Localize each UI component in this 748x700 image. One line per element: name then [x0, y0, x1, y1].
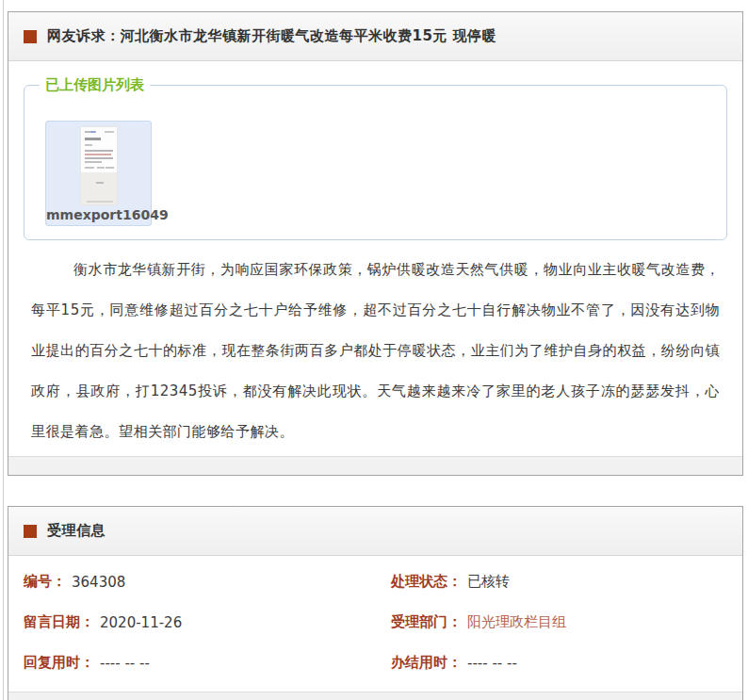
field-reply-time-value: ---- -- --: [100, 655, 150, 672]
info-row: 编号： 364308 处理状态： 已核转: [24, 562, 742, 602]
acceptance-title: 受理信息: [47, 522, 106, 540]
acceptance-panel-header: 受理信息: [8, 507, 742, 556]
info-row: 留言日期： 2020-11-26 受理部门： 阳光理政栏目组: [24, 602, 742, 643]
uploaded-images-legend: 已上传图片列表: [40, 76, 150, 94]
field-number-value: 364308: [72, 574, 125, 591]
image-thumbnail[interactable]: mmexport16049: [45, 121, 152, 226]
page-left-border: [3, 0, 4, 700]
field-reply-time-label: 回复用时：: [24, 654, 94, 672]
field-message-date-label: 留言日期：: [24, 613, 94, 631]
complaint-panel: 网友诉求：河北衡水市龙华镇新开街暖气改造每平米收费15元 现停暖 已上传图片列表…: [8, 11, 743, 476]
section-marker-icon: [24, 30, 37, 43]
field-completion-time: 办结用时： ---- -- --: [391, 654, 517, 672]
field-number: 编号： 364308: [24, 573, 391, 591]
thumbnail-preview: [80, 126, 118, 205]
uploaded-images-fieldset: 已上传图片列表 mmexport16049: [24, 76, 727, 240]
field-status-value: 已核转: [467, 573, 510, 591]
field-reply-time: 回复用时： ---- -- --: [24, 654, 391, 672]
field-status: 处理状态： 已核转: [391, 573, 510, 591]
info-row: 回复用时： ---- -- -- 办结用时： ---- -- --: [24, 643, 742, 683]
field-message-date: 留言日期： 2020-11-26: [24, 613, 391, 631]
section-marker-icon: [24, 525, 37, 538]
acceptance-info-grid: 编号： 364308 处理状态： 已核转 留言日期： 2020-11-26 受理…: [8, 556, 742, 683]
complaint-content: 衡水市龙华镇新开街，为响应国家环保政策，锅炉供暖改造天然气供暖，物业向业主收暖气…: [31, 250, 720, 452]
complaint-panel-footer: [8, 456, 742, 475]
field-completion-time-label: 办结用时：: [391, 654, 462, 672]
acceptance-panel: 受理信息 编号： 364308 处理状态： 已核转 留言日期： 2020-11-…: [8, 506, 743, 700]
acceptance-panel-footer: [8, 692, 742, 700]
field-department-value[interactable]: 阳光理政栏目组: [467, 613, 566, 631]
complaint-title: 网友诉求：河北衡水市龙华镇新开街暖气改造每平米收费15元 现停暖: [47, 27, 496, 45]
field-message-date-value: 2020-11-26: [100, 614, 182, 631]
field-status-label: 处理状态：: [391, 573, 462, 591]
field-completion-time-value: ---- -- --: [467, 655, 517, 672]
thumbnail-filename: mmexport16049: [46, 207, 151, 222]
field-number-label: 编号：: [24, 573, 66, 591]
field-department: 受理部门： 阳光理政栏目组: [391, 613, 566, 631]
complaint-panel-header: 网友诉求：河北衡水市龙华镇新开街暖气改造每平米收费15元 现停暖: [8, 12, 742, 61]
field-department-label: 受理部门：: [391, 613, 462, 631]
